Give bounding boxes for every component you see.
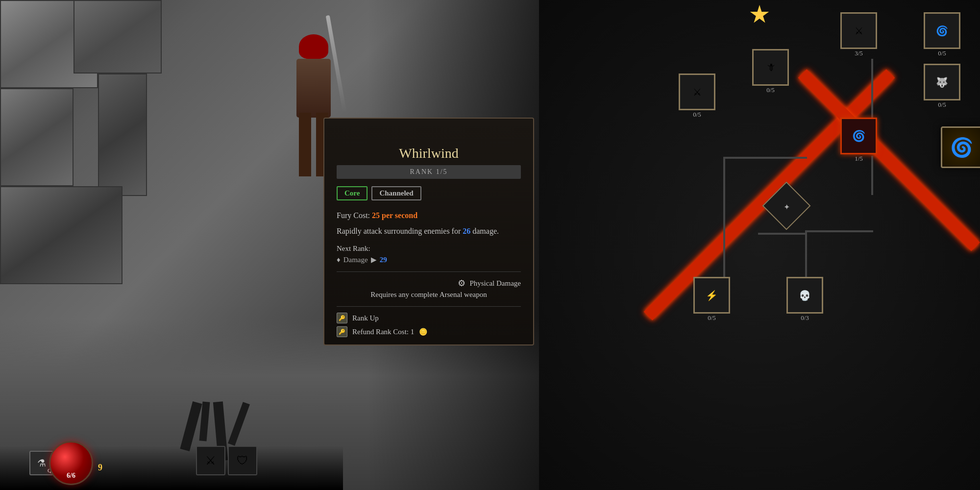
skill-node-top-left[interactable]: ⚔ 0/5	[679, 74, 715, 110]
skill-rank-text: RANK 1/5	[410, 168, 447, 176]
tag-channeled: Channeled	[371, 186, 421, 200]
desc-suffix: damage.	[470, 227, 499, 235]
desc-damage: 26	[463, 227, 470, 235]
bullet-icon: ♦	[337, 256, 341, 264]
connector-h2	[758, 233, 807, 235]
skill-rank-bar: RANK 1/5	[337, 165, 521, 179]
next-rank-arrow: ▶	[371, 255, 377, 264]
skill-tooltip-panel: Whirlwind RANK 1/5 Core Channeled Fury C…	[323, 118, 534, 345]
skill-tree-panel: ⚔ 0/5 🗡 0/5 ⚔ 3/5 🌀 0/5 🌀 1/5 🐺 0/5 ✦ ⚡ …	[539, 0, 980, 490]
connector-v4	[723, 157, 725, 284]
inventory-slot-2[interactable]: 🛡	[228, 446, 257, 475]
skill-description: Fury Cost: 25 per second Rapidly attack …	[337, 209, 521, 237]
rank-up-action[interactable]: 🔑 Rank Up	[337, 313, 521, 323]
desc-text: Rapidly attack surrounding enemies for 2…	[337, 225, 521, 238]
health-orb: 6/6	[49, 441, 93, 485]
rank-up-label: Rank Up	[352, 314, 379, 322]
next-rank-label: Next Rank:	[337, 245, 521, 253]
node-count-bm: 0/3	[801, 314, 809, 322]
skill-actions: 🔑 Rank Up 🔑 Refund Rank Cost: 1 🪙	[337, 306, 521, 337]
weapon-req: Requires any complete Arsenal weapon	[337, 291, 521, 299]
node-count-tr1: 3/5	[855, 49, 863, 57]
connector-v2	[871, 156, 873, 195]
damage-type-line: ⚙ Physical Damage	[337, 278, 521, 289]
connector-h3	[724, 157, 807, 159]
whirlwind-node-icon[interactable]: 🌀	[941, 126, 980, 168]
fury-value: 25 per second	[372, 211, 417, 220]
node-count: 0/5	[693, 111, 701, 119]
refund-key: 🔑	[337, 326, 347, 337]
skill-requirements: ⚙ Physical Damage Requires any complete …	[337, 271, 521, 299]
inventory-slot[interactable]: ⚔	[196, 446, 225, 475]
rank-up-key: 🔑	[337, 313, 347, 323]
refund-action[interactable]: 🔑 Refund Rank Cost: 1 🪙	[337, 326, 521, 337]
skill-node-top-right-2[interactable]: 🌀 0/5	[924, 12, 960, 49]
gold-coin-icon: 🪙	[419, 328, 427, 336]
hud-bar: ⚗ Q 6/6 9	[0, 446, 343, 490]
skill-node-whirlwind[interactable]: 🌀 1/5	[840, 118, 877, 154]
connector-v1	[871, 59, 873, 122]
health-value: 6/6	[67, 472, 75, 480]
next-rank-stat: Damage	[343, 256, 368, 264]
skill-node-bot-mid[interactable]: 💀 0/3	[786, 277, 823, 314]
node-count-ww: 1/5	[855, 155, 863, 163]
refund-label: Refund Rank Cost: 1	[352, 328, 414, 336]
node-count: 0/5	[766, 86, 775, 94]
fury-cost-line: Fury Cost: 25 per second	[337, 209, 521, 222]
node-count-tr2: 0/5	[938, 49, 946, 57]
node-count-bl: 0/5	[708, 314, 716, 322]
xp-counter: 9	[98, 463, 102, 473]
damage-icon: ⚙	[458, 278, 466, 289]
skill-tree-header-icon	[745, 0, 774, 29]
desc-prefix: Rapidly attack surrounding enemies for	[337, 227, 463, 235]
fury-label: Fury Cost:	[337, 211, 370, 220]
skill-node-top-mid[interactable]: 🗡 0/5	[752, 49, 789, 86]
next-rank-item: ♦ Damage ▶ 29	[337, 255, 521, 264]
damage-type: Physical Damage	[469, 279, 521, 288]
next-rank-section: Next Rank: ♦ Damage ▶ 29	[337, 245, 521, 264]
tag-core: Core	[337, 186, 368, 200]
skill-node-right-mid[interactable]: 🐺 0/5	[924, 64, 960, 100]
skill-node-bot-left[interactable]: ⚡ 0/5	[693, 277, 730, 314]
skill-node-top-right-1[interactable]: ⚔ 3/5	[840, 12, 877, 49]
connector-h1	[807, 230, 873, 232]
skill-tags: Core Channeled	[337, 186, 521, 200]
skill-name: Whirlwind	[337, 146, 521, 161]
next-rank-value: 29	[380, 256, 387, 264]
node-count-rm: 0/5	[938, 101, 946, 109]
